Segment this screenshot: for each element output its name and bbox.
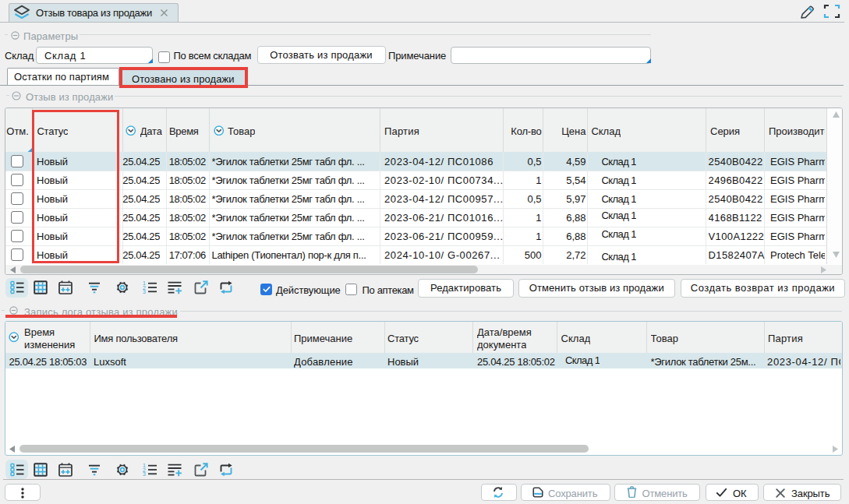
svg-text:3: 3 <box>143 289 146 294</box>
svg-text:3: 3 <box>143 471 146 477</box>
